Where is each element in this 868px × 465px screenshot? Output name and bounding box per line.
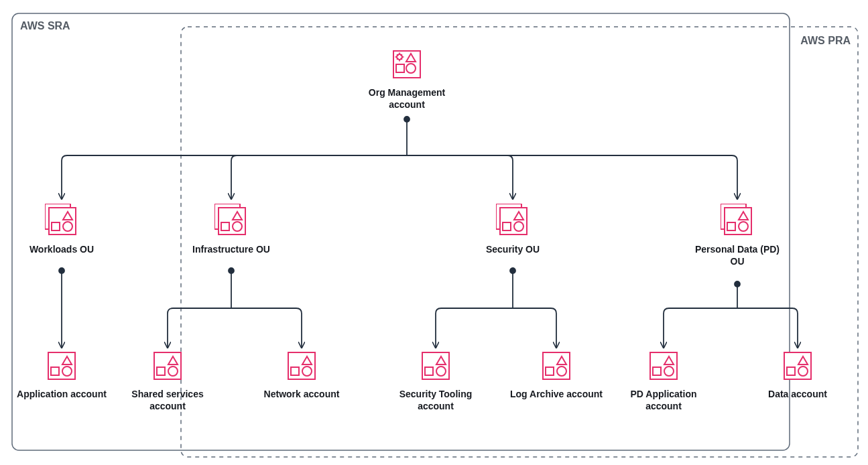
ou-icon [721,204,754,237]
account-icon [540,350,572,382]
workloads-ou-label: Workloads OU [15,244,109,256]
security-ou-label: Security OU [466,244,560,256]
data-account-label: Data account [751,389,845,401]
node-infrastructure-ou: Infrastructure OU [184,204,278,256]
node-workloads-ou: Workloads OU [15,204,109,256]
account-icon [286,350,318,382]
pd-application-account-label: PD Application account [617,389,710,412]
log-archive-account-label: Log Archive account [509,389,603,401]
org-management-label: Org Management account [360,87,454,111]
ou-icon [214,204,248,237]
ou-icon [496,204,530,237]
account-icon [420,350,452,382]
node-pd-ou: Personal Data (PD) OU [690,204,784,267]
account-icon [151,350,184,382]
infrastructure-ou-label: Infrastructure OU [184,244,278,256]
node-org-management: Org Management account [360,48,454,111]
org-management-icon [391,48,423,80]
node-log-archive-account: Log Archive account [509,350,603,401]
shared-services-account-label: Shared services account [121,389,214,412]
node-pd-application-account: PD Application account [617,350,710,412]
application-account-label: Application account [15,389,109,401]
node-data-account: Data account [751,350,845,401]
account-icon [782,350,814,382]
node-security-tooling-account: Security Tooling account [389,350,483,412]
pd-ou-label: Personal Data (PD) OU [690,244,784,267]
ou-icon [45,204,78,237]
node-network-account: Network account [255,350,349,401]
account-icon [647,350,680,382]
network-account-label: Network account [255,389,349,401]
node-application-account: Application account [15,350,109,401]
node-shared-services-account: Shared services account [121,350,214,412]
security-tooling-account-label: Security Tooling account [389,389,483,412]
account-icon [46,350,78,382]
node-security-ou: Security OU [466,204,560,256]
